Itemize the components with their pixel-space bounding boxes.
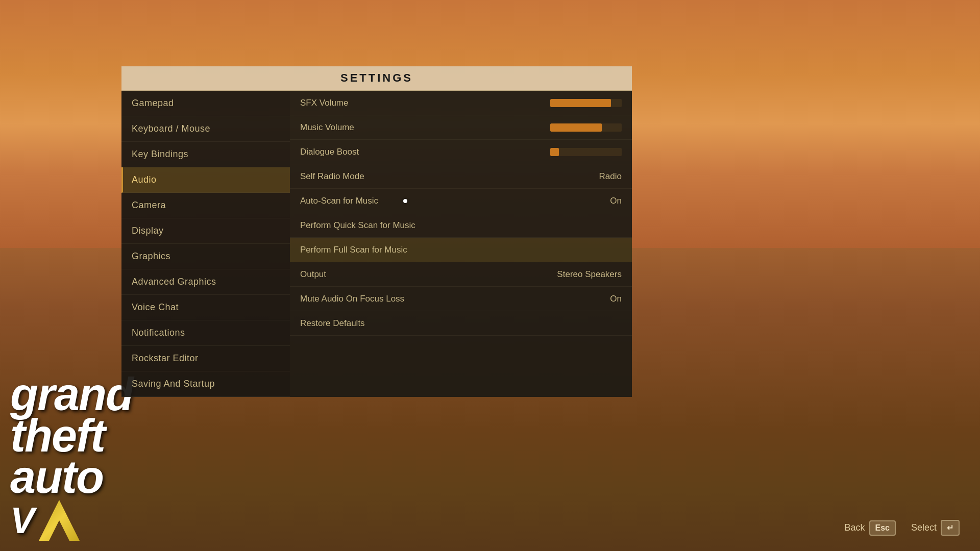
- setting-restore-defaults[interactable]: Restore Defaults: [290, 311, 632, 336]
- restore-defaults-label: Restore Defaults: [300, 318, 365, 329]
- settings-title-bar: SETTINGS: [121, 66, 632, 91]
- sidebar-item-saving-startup[interactable]: Saving And Startup: [121, 371, 290, 397]
- back-label: Back: [844, 522, 865, 533]
- gta-v-icon: [39, 500, 80, 541]
- setting-self-radio-mode[interactable]: Self Radio Mode Radio: [290, 164, 632, 189]
- sfx-volume-label: SFX Volume: [300, 98, 349, 108]
- setting-music-volume[interactable]: Music Volume: [290, 115, 632, 140]
- music-volume-bar: [550, 123, 602, 132]
- mute-audio-value: On: [610, 294, 622, 304]
- auto-scan-value: On: [610, 196, 622, 206]
- gta-logo: grand theft auto V: [10, 374, 133, 541]
- setting-full-scan[interactable]: Perform Full Scan for Music: [290, 238, 632, 262]
- select-key: ↵: [941, 520, 960, 536]
- output-label: Output: [300, 269, 326, 280]
- bottom-controls: Back Esc Select ↵: [844, 520, 960, 536]
- settings-title: SETTINGS: [340, 71, 413, 84]
- output-value: Stereo Speakers: [557, 269, 622, 280]
- dialogue-boost-bar-bg: [550, 148, 622, 156]
- sidebar-item-voice-chat[interactable]: Voice Chat: [121, 295, 290, 320]
- select-label: Select: [911, 522, 937, 533]
- gta-five-text: V: [10, 502, 35, 539]
- setting-sfx-volume[interactable]: SFX Volume: [290, 91, 632, 115]
- settings-body: Gamepad Keyboard / Mouse Key Bindings Au…: [121, 91, 632, 397]
- back-key: Esc: [869, 520, 896, 536]
- music-volume-bar-bg: [550, 123, 622, 132]
- back-control: Back Esc: [844, 520, 896, 536]
- setting-quick-scan[interactable]: Perform Quick Scan for Music: [290, 213, 632, 238]
- sidebar-item-notifications[interactable]: Notifications: [121, 320, 290, 346]
- sidebar-item-graphics[interactable]: Graphics: [121, 244, 290, 269]
- sidebar-item-key-bindings[interactable]: Key Bindings: [121, 142, 290, 167]
- mute-audio-label: Mute Audio On Focus Loss: [300, 294, 404, 304]
- dialogue-boost-bar: [550, 148, 559, 156]
- sfx-volume-bar: [550, 99, 611, 107]
- setting-dialogue-boost[interactable]: Dialogue Boost: [290, 140, 632, 164]
- gta-text-line1: grand: [10, 374, 133, 415]
- settings-content: SFX Volume Music Volume Dialogue Boost: [290, 91, 632, 397]
- sidebar-item-rockstar-editor[interactable]: Rockstar Editor: [121, 346, 290, 371]
- settings-panel: SETTINGS Gamepad Keyboard / Mouse Key Bi…: [121, 66, 632, 397]
- sfx-volume-bar-bg: [550, 99, 622, 107]
- sidebar-item-keyboard-mouse[interactable]: Keyboard / Mouse: [121, 116, 290, 142]
- setting-mute-audio[interactable]: Mute Audio On Focus Loss On: [290, 287, 632, 311]
- select-control: Select ↵: [911, 520, 960, 536]
- sidebar-item-advanced-graphics[interactable]: Advanced Graphics: [121, 269, 290, 295]
- dialogue-boost-label: Dialogue Boost: [300, 147, 359, 157]
- sidebar-item-camera[interactable]: Camera: [121, 193, 290, 218]
- svg-marker-0: [39, 500, 80, 541]
- gta-text-line2: theft: [10, 415, 133, 457]
- sidebar-item-display[interactable]: Display: [121, 218, 290, 244]
- sidebar-item-gamepad[interactable]: Gamepad: [121, 91, 290, 116]
- gta-text-line3: auto: [10, 457, 133, 498]
- music-volume-label: Music Volume: [300, 122, 354, 133]
- setting-output[interactable]: Output Stereo Speakers: [290, 262, 632, 287]
- setting-auto-scan[interactable]: Auto-Scan for Music On: [290, 189, 632, 213]
- quick-scan-label: Perform Quick Scan for Music: [300, 220, 415, 231]
- settings-sidebar: Gamepad Keyboard / Mouse Key Bindings Au…: [121, 91, 290, 397]
- full-scan-label: Perform Full Scan for Music: [300, 245, 407, 255]
- sidebar-item-audio[interactable]: Audio: [121, 167, 290, 193]
- self-radio-mode-value: Radio: [599, 171, 622, 182]
- self-radio-mode-label: Self Radio Mode: [300, 171, 364, 182]
- auto-scan-label: Auto-Scan for Music: [300, 196, 378, 206]
